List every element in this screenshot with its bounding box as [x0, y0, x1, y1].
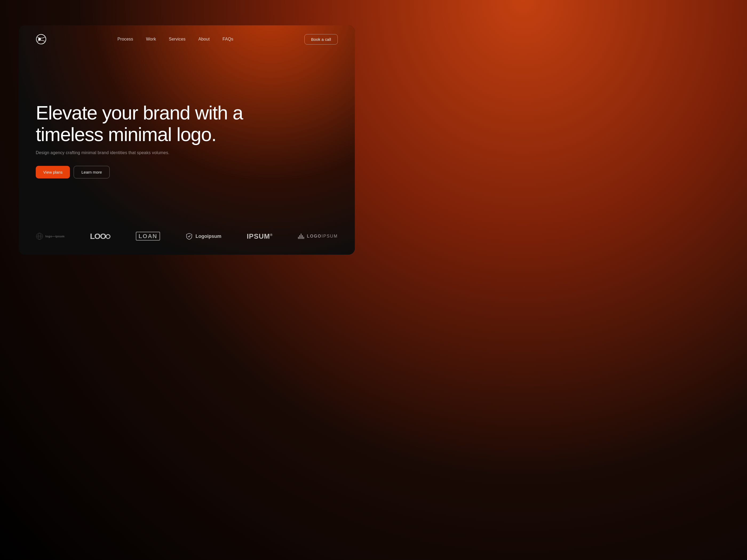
view-plans-button[interactable]: View plans: [36, 166, 70, 179]
logo-bars-label: LOGOIPSUM: [307, 234, 338, 239]
logo-shield-text: Logoipsum: [196, 234, 222, 239]
nav-item-about[interactable]: About: [198, 37, 210, 42]
card-content: Process Work Services About FAQs Book a …: [19, 25, 355, 255]
shield-icon: [185, 233, 193, 240]
logo-loan-text: LOAN: [136, 232, 160, 241]
nav-links: Process Work Services About FAQs: [118, 37, 233, 42]
logos-bar: logo—ipsum LOO LOAN Logoipsum I: [19, 222, 355, 255]
hero-headline: Elevate your brand with a timeless minim…: [36, 102, 244, 145]
svg-point-1: [38, 38, 41, 41]
nav-item-process[interactable]: Process: [118, 37, 133, 42]
navbar: Process Work Services About FAQs Book a …: [19, 25, 355, 53]
learn-more-button[interactable]: Learn more: [74, 166, 110, 179]
main-card: Process Work Services About FAQs Book a …: [19, 25, 355, 255]
nav-item-work[interactable]: Work: [146, 37, 156, 42]
hero-subtext: Design agency crafting minimal brand ide…: [36, 151, 338, 155]
logo-item-bars: LOGOIPSUM: [298, 234, 338, 239]
logo-item-loan: LOAN: [136, 233, 160, 240]
nav-item-faqs[interactable]: FAQs: [223, 37, 233, 42]
book-call-button[interactable]: Book a call: [304, 34, 338, 45]
brand-logo[interactable]: [36, 34, 46, 45]
hero-section: Elevate your brand with a timeless minim…: [19, 53, 355, 222]
logo-item-globe: logo—ipsum: [36, 233, 65, 240]
logo-globe-text: logo—ipsum: [45, 235, 65, 238]
nav-item-services[interactable]: Services: [169, 37, 186, 42]
logo-looo-text: LOO: [90, 232, 110, 241]
logo-item-looo: LOO: [90, 232, 110, 241]
logo-ipsum-text: IPSUM®: [247, 232, 273, 240]
logo-item-ipsum: IPSUM®: [247, 232, 273, 241]
logo-item-shield: Logoipsum: [185, 233, 222, 240]
bars-icon: [298, 234, 304, 239]
globe-icon: [36, 233, 43, 240]
hero-buttons: View plans Learn more: [36, 166, 338, 179]
